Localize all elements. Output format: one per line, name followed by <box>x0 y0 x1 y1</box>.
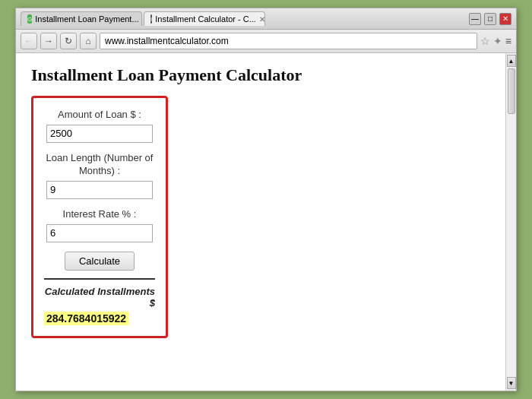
toolbar-right: ☆ ✦ ≡ <box>480 35 511 47</box>
close-button[interactable]: ✕ <box>499 13 511 25</box>
menu-icon[interactable]: ≡ <box>505 35 511 47</box>
scroll-up-button[interactable]: ▲ <box>507 55 516 67</box>
tab-2[interactable]: I Installment Calculator - C... ✕ <box>144 11 265 26</box>
loan-amount-input[interactable] <box>46 125 153 143</box>
bookmark-icon[interactable]: ☆ <box>480 35 490 47</box>
tab2-label: Installment Calculator - C... <box>155 14 256 24</box>
loan-length-input[interactable] <box>46 181 153 199</box>
tab1-label: Installment Loan Payment... <box>35 14 138 24</box>
browser-toolbar: ← → ↻ ⌂ ☆ ✦ ≡ <box>16 30 516 53</box>
divider <box>44 278 155 280</box>
browser-window: G Installment Loan Payment... ✕ I Instal… <box>15 8 517 391</box>
interest-rate-input[interactable] <box>46 224 153 242</box>
minimize-button[interactable]: — <box>469 13 481 25</box>
maximize-button[interactable]: □ <box>484 13 496 25</box>
scroll-down-button[interactable]: ▼ <box>507 377 516 389</box>
calculator-box: Amount of Loan $ : Loan Length (Number o… <box>31 96 168 338</box>
browser-content: Installment Loan Payment Calculator Amou… <box>16 53 516 391</box>
back-button[interactable]: ← <box>21 33 37 49</box>
window-controls: — □ ✕ <box>469 13 511 25</box>
star-icon[interactable]: ✦ <box>493 35 502 47</box>
scrollbar-thumb[interactable] <box>508 68 515 114</box>
page-title: Installment Loan Payment Calculator <box>31 65 490 85</box>
tab2-close[interactable]: ✕ <box>259 15 265 24</box>
interest-rate-label: Interest Rate % : <box>44 208 155 221</box>
forward-button[interactable]: → <box>40 33 57 49</box>
tab-bar: G Installment Loan Payment... ✕ I Instal… <box>21 11 463 26</box>
home-button[interactable]: ⌂ <box>80 33 97 49</box>
result-value: 284.7684015922 <box>44 312 128 325</box>
loan-length-label: Loan Length (Number of Months) : <box>44 152 155 178</box>
loan-amount-label: Amount of Loan $ : <box>44 109 155 122</box>
page-content: Installment Loan Payment Calculator Amou… <box>16 53 505 391</box>
reload-button[interactable]: ↻ <box>60 33 77 49</box>
tab1-favicon: G <box>27 14 32 24</box>
scrollbar: ▲ ▼ <box>505 53 516 391</box>
result-label: Calculated Installments $ <box>44 286 155 309</box>
tab2-favicon: I <box>150 14 152 24</box>
titlebar: G Installment Loan Payment... ✕ I Instal… <box>16 8 516 30</box>
address-bar[interactable] <box>100 33 477 49</box>
tab-1[interactable]: G Installment Loan Payment... ✕ <box>21 11 142 26</box>
calculate-button[interactable]: Calculate <box>65 252 135 271</box>
